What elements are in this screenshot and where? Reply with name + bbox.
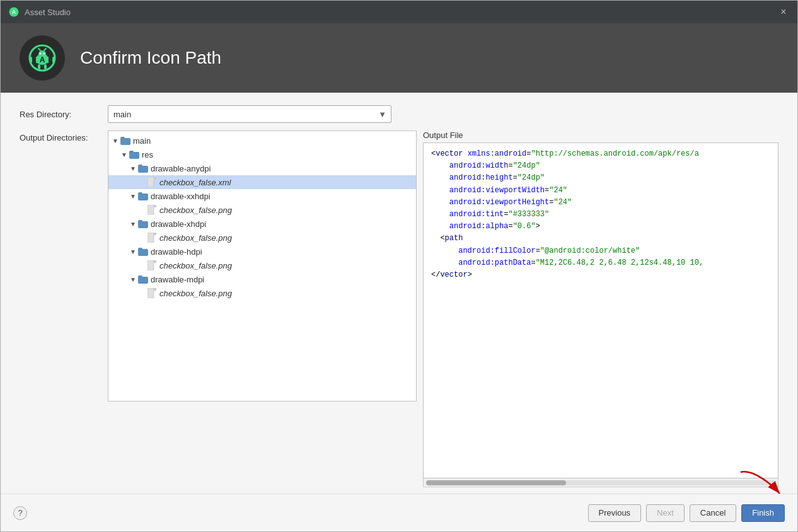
folder-icon-anydpi	[137, 164, 149, 173]
main-content: Res Directory: main ▼ Output Directories…	[1, 93, 797, 494]
tree-label-png-hdpi: checkbox_false.png	[159, 261, 232, 270]
tree-label-main: main	[133, 136, 151, 146]
file-icon-xml	[146, 178, 158, 187]
tree-item-mdpi[interactable]: ▼ drawable-mdpi	[108, 272, 416, 286]
tree-label-anydpi: drawable-anydpi	[151, 164, 211, 173]
tree-item-xxhdpi[interactable]: ▼ drawable-xxhdpi	[108, 189, 416, 203]
svg-rect-20	[154, 205, 156, 207]
svg-rect-21	[147, 233, 154, 243]
file-icon-png-mdpi	[146, 289, 158, 298]
right-panel: Output File <vector xmlns:android="http:…	[423, 130, 778, 487]
main-window: A Asset Studio ×	[0, 0, 798, 532]
svg-rect-26	[154, 260, 156, 263]
next-button[interactable]: Next	[646, 504, 685, 522]
svg-rect-29	[154, 288, 156, 291]
code-line-11: </vector>	[431, 269, 770, 281]
svg-rect-18	[147, 205, 154, 215]
svg-rect-13	[44, 64, 47, 69]
folder-icon-hdpi	[137, 247, 149, 256]
file-icon-png-xxhdpi	[146, 205, 158, 214]
code-line-1: <vector xmlns:android="http://schemas.an…	[431, 148, 770, 160]
finish-button[interactable]: Finish	[741, 504, 785, 522]
expand-arrow-anydpi: ▼	[129, 164, 137, 173]
svg-rect-23	[154, 233, 156, 235]
header-banner: A Confirm Icon Path	[1, 23, 797, 93]
page-title: Confirm Icon Path	[80, 48, 221, 68]
folder-icon-res	[129, 150, 140, 159]
tree-label-res: res	[142, 150, 153, 159]
window-title: Asset Studio	[25, 8, 777, 17]
cancel-button[interactable]: Cancel	[690, 504, 736, 522]
tree-item-main[interactable]: ▼ main	[108, 134, 416, 147]
folder-icon-mdpi	[137, 275, 149, 284]
tree-item-xhdpi[interactable]: ▼ drawable-xhdpi	[108, 217, 416, 231]
folder-icon-main	[120, 136, 131, 145]
tree-label-checkbox-xml: checkbox_false.xml	[159, 178, 231, 187]
code-line-2: android:width="24dp"	[431, 160, 770, 172]
svg-rect-12	[38, 64, 40, 69]
svg-text:A: A	[40, 55, 45, 64]
header-logo: A	[20, 35, 65, 81]
tree-item-res[interactable]: ▼ res	[108, 147, 416, 161]
folder-icon-xxhdpi	[137, 192, 149, 200]
code-line-8: <path	[431, 233, 770, 245]
svg-rect-11	[52, 57, 55, 63]
res-directory-row: Res Directory: main ▼	[20, 105, 778, 123]
tree-label-png-xxhdpi: checkbox_false.png	[159, 205, 232, 215]
expand-arrow-hdpi: ▼	[129, 247, 137, 256]
svg-line-8	[38, 49, 40, 50]
code-line-7: android:alpha="0.6">	[431, 221, 770, 233]
tree-item-png-mdpi[interactable]: ▶ checkbox_false.png	[108, 286, 416, 300]
expand-arrow-main: ▼	[111, 136, 120, 145]
expand-arrow-res: ▼	[120, 150, 129, 159]
tree-label-png-xhdpi: checkbox_false.png	[159, 233, 232, 243]
svg-point-6	[40, 53, 42, 55]
horizontal-scrollbar[interactable]	[423, 478, 778, 487]
left-panel: Output Directories: ▼ main ▼	[20, 130, 417, 487]
svg-line-9	[44, 49, 46, 50]
tree-item-hdpi[interactable]: ▼ drawable-hdpi	[108, 245, 416, 258]
app-icon: A	[8, 6, 20, 18]
file-tree[interactable]: ▼ main ▼ res	[108, 130, 417, 402]
code-line-9: android:fillColor="@android:color/white"	[431, 245, 770, 257]
title-bar: A Asset Studio ×	[1, 1, 797, 23]
android-studio-icon: A	[27, 43, 57, 73]
tree-item-checkbox-xml[interactable]: ▶ checkbox_false.xml	[108, 175, 416, 189]
output-directories-label: Output Directories:	[20, 130, 108, 142]
tree-item-anydpi[interactable]: ▼ drawable-anydpi	[108, 161, 416, 175]
svg-point-7	[43, 53, 45, 55]
help-button[interactable]: ?	[13, 506, 27, 520]
expand-arrow-xhdpi: ▼	[129, 219, 137, 228]
code-line-5: android:viewportHeight="24"	[431, 197, 770, 209]
tree-label-xhdpi: drawable-xhdpi	[151, 219, 206, 229]
footer-right: Previous Next Cancel Finish	[588, 504, 785, 522]
panels-area: Output Directories: ▼ main ▼	[20, 130, 778, 487]
previous-button[interactable]: Previous	[588, 504, 642, 522]
footer-left: ?	[13, 506, 27, 520]
res-directory-label: Res Directory:	[20, 110, 108, 119]
res-directory-select[interactable]: main	[108, 105, 391, 123]
tree-label-mdpi: drawable-mdpi	[151, 275, 204, 284]
close-button[interactable]: ×	[777, 6, 790, 18]
folder-icon-xhdpi	[137, 219, 149, 228]
tree-item-png-hdpi[interactable]: ▶ checkbox_false.png	[108, 258, 416, 272]
scroll-thumb	[426, 480, 566, 485]
svg-rect-24	[147, 260, 154, 270]
code-viewer[interactable]: <vector xmlns:android="http://schemas.an…	[423, 142, 778, 478]
code-line-4: android:viewportWidth="24"	[431, 185, 770, 197]
res-directory-select-wrapper: main ▼	[108, 105, 391, 123]
svg-rect-17	[154, 177, 156, 180]
tree-item-png-xxhdpi[interactable]: ▶ checkbox_false.png	[108, 203, 416, 217]
code-line-10: android:pathData="M12,2C6.48,2 2,6.48 2,…	[431, 257, 770, 269]
output-file-label: Output File	[423, 130, 778, 140]
file-icon-png-hdpi	[146, 261, 158, 270]
expand-arrow-xxhdpi: ▼	[129, 192, 137, 200]
svg-rect-15	[147, 177, 154, 187]
tree-label-png-mdpi: checkbox_false.png	[159, 289, 232, 298]
svg-text:A: A	[12, 9, 16, 15]
tree-item-png-xhdpi[interactable]: ▶ checkbox_false.png	[108, 231, 416, 245]
file-icon-png-xhdpi	[146, 233, 158, 242]
tree-label-hdpi: drawable-hdpi	[151, 247, 202, 257]
footer: ? Previous Next Cancel Finish	[1, 494, 797, 531]
tree-label-xxhdpi: drawable-xxhdpi	[151, 192, 211, 201]
